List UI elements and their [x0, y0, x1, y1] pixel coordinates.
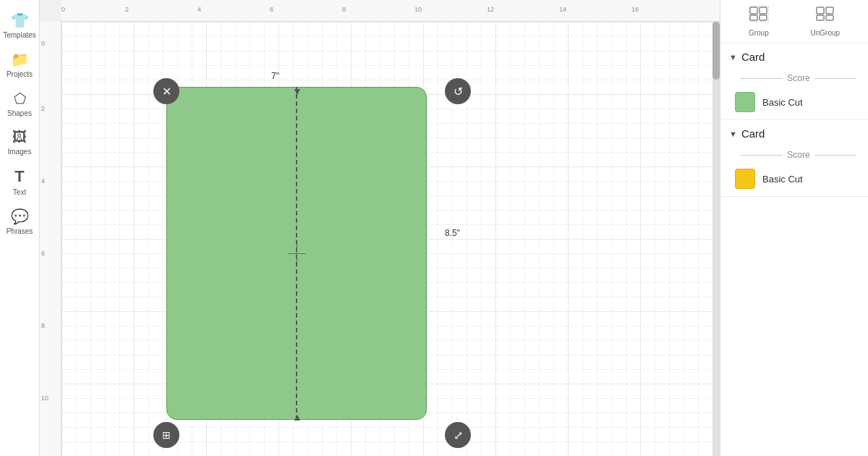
group-icon: [749, 6, 769, 26]
svg-rect-3: [760, 15, 767, 20]
ruler-vmark-8: 8: [41, 322, 45, 329]
layer-header-card2[interactable]: ▼ Card: [720, 120, 868, 147]
ruler-mark-8: 8: [342, 6, 346, 13]
ungroup-label: UnGroup: [811, 29, 841, 37]
ruler-vmark-10: 10: [41, 394, 48, 402]
score-label-card2: Score: [783, 150, 814, 160]
score-line-right-card1: [814, 78, 856, 79]
toolbar-item-shapes[interactable]: ⬠ Shapes: [0, 84, 40, 123]
layer-header-card1[interactable]: ▼ Card: [720, 43, 868, 70]
toolbar-label-shapes: Shapes: [7, 109, 32, 117]
score-line-left-card1: [741, 78, 783, 79]
text-icon: T: [14, 167, 24, 186]
templates-icon: 👕: [11, 12, 29, 29]
toolbar-item-phrases[interactable]: 💬 Phrases: [0, 202, 40, 241]
toolbar-item-templates[interactable]: 👕 Templates: [0, 6, 40, 45]
color-swatch-card1: [735, 92, 755, 112]
ruler-mark-14: 14: [559, 6, 566, 13]
svg-rect-6: [826, 7, 833, 14]
left-toolbar: 👕 Templates 📁 Projects ⬠ Shapes 🖼 Images…: [0, 0, 40, 456]
ruler-vmark-6: 6: [41, 250, 45, 257]
svg-rect-7: [817, 15, 824, 20]
ungroup-icon: [815, 6, 835, 26]
score-arrow-bottom: ▲: [292, 411, 302, 423]
card-shape[interactable]: ▼ ▲: [166, 87, 427, 420]
ruler-mark-4: 4: [197, 6, 201, 13]
ruler-mark-0: 0: [61, 6, 65, 13]
left-ruler: 0 2 4 6 8 10: [40, 22, 61, 456]
toolbar-label-text: Text: [13, 188, 26, 196]
phrases-icon: 💬: [11, 208, 29, 225]
layer-title-card2: Card: [741, 127, 765, 140]
ruler-vmark-4: 4: [41, 177, 45, 185]
handle-lock[interactable]: ⊞: [153, 422, 179, 448]
grid-canvas[interactable]: 7" 8.5" ▼ ▲ ✕ ↺: [61, 22, 720, 456]
toolbar-label-images: Images: [8, 148, 32, 156]
ruler-mark-2: 2: [125, 6, 129, 13]
score-line-right-card2: [814, 155, 856, 156]
canvas-area: 0 2 4 6 8 10 7" 8.5" ▼ ▲: [40, 22, 720, 456]
svg-rect-5: [817, 7, 824, 14]
group-button[interactable]: Group: [749, 6, 769, 37]
toolbar-label-phrases: Phrases: [7, 227, 33, 235]
expand-icon: ⤢: [454, 428, 463, 442]
score-arrow-top: ▼: [292, 85, 302, 97]
svg-rect-1: [760, 7, 767, 14]
layer-title-card1: Card: [741, 51, 765, 63]
main-content: 0 2 4 6 8 10 12 14 16 0 2 4 6 8 10 7" 8.…: [40, 0, 720, 456]
group-label: Group: [749, 29, 769, 37]
rotate-icon: ↺: [454, 85, 463, 98]
ruler-vmark-0: 0: [41, 40, 45, 47]
right-panel: Group UnGroup ▼ Card Score: [720, 0, 868, 456]
ruler-mark-10: 10: [414, 6, 422, 13]
layer-cut-card1[interactable]: Basic Cut: [720, 86, 868, 119]
toolbar-item-text[interactable]: T Text: [0, 161, 40, 202]
score-line-left-card2: [741, 155, 783, 156]
top-ruler: 0 2 4 6 8 10 12 14 16: [61, 0, 720, 22]
score-label-card1: Score: [783, 73, 814, 83]
close-icon: ✕: [162, 85, 171, 98]
svg-rect-0: [750, 7, 757, 14]
toolbar-item-projects[interactable]: 📁 Projects: [0, 45, 40, 84]
ruler-mark-6: 6: [270, 6, 273, 13]
dimension-width: 7": [271, 71, 279, 81]
ruler-mark-16: 16: [631, 6, 639, 13]
toolbar-label-templates: Templates: [3, 31, 36, 39]
panel-top-buttons: Group UnGroup: [720, 0, 868, 43]
projects-icon: 📁: [11, 51, 29, 68]
vertical-scrollbar[interactable]: [712, 22, 720, 456]
ruler-vmark-2: 2: [41, 105, 45, 112]
ungroup-button[interactable]: UnGroup: [811, 6, 841, 37]
shapes-icon: ⬠: [14, 90, 26, 107]
lock-icon: ⊞: [162, 429, 171, 441]
chevron-icon-card1: ▼: [729, 53, 737, 62]
handle-expand[interactable]: ⤢: [445, 422, 471, 448]
layer-section-card1: ▼ Card Score Basic Cut: [720, 43, 868, 120]
ruler-mark-12: 12: [487, 6, 494, 13]
score-row-card2: Score: [720, 147, 868, 163]
cut-label-card2: Basic Cut: [762, 174, 803, 185]
crosshair-vertical: [297, 245, 297, 262]
svg-rect-8: [826, 15, 833, 20]
scrollbar-thumb[interactable]: [712, 22, 720, 80]
score-row-card1: Score: [720, 70, 868, 86]
toolbar-item-images[interactable]: 🖼 Images: [0, 123, 40, 161]
handle-close[interactable]: ✕: [153, 78, 179, 104]
layer-cut-card2[interactable]: Basic Cut: [720, 163, 868, 196]
cut-label-card1: Basic Cut: [762, 97, 803, 108]
color-swatch-card2: [735, 169, 755, 189]
chevron-icon-card2: ▼: [729, 130, 737, 138]
dimension-height: 8.5": [445, 228, 460, 238]
layer-section-card2: ▼ Card Score Basic Cut: [720, 120, 868, 197]
images-icon: 🖼: [12, 129, 27, 145]
toolbar-label-projects: Projects: [7, 70, 33, 78]
handle-rotate[interactable]: ↺: [445, 78, 471, 104]
svg-rect-2: [750, 15, 757, 20]
